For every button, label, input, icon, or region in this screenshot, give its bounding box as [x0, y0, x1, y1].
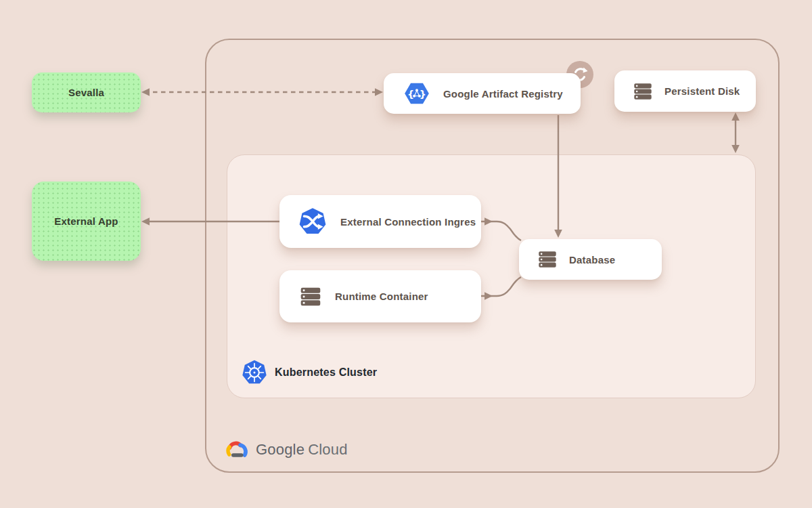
node-database-label: Database [569, 254, 615, 266]
google-cloud-icon [223, 438, 250, 461]
node-sevalla: Sevalla [32, 72, 141, 112]
node-ingress: External Connection Ingres [279, 195, 481, 248]
node-external-app: External App [32, 182, 141, 261]
node-runtime-container-label: Runtime Container [335, 291, 428, 302]
server-stack-icon [298, 284, 323, 309]
kubernetes-ingress-icon [297, 206, 328, 237]
svg-text:}: } [420, 89, 426, 100]
svg-text:{: { [407, 89, 414, 100]
artifact-registry-hexagon-icon: { } [403, 79, 431, 108]
kubernetes-wheel-icon [240, 358, 269, 387]
google-wordmark: Google [256, 441, 304, 458]
server-stack-icon [537, 249, 558, 270]
node-external-app-label: External App [54, 215, 118, 227]
cloud-wordmark: Cloud [308, 441, 347, 458]
server-stack-icon [632, 81, 654, 102]
arrowhead [141, 217, 150, 226]
kubernetes-cluster-label: Kubernetes Cluster [240, 358, 377, 387]
google-cloud-logo: GoogleCloud [223, 438, 348, 461]
diagram-canvas: Sevalla External App { } Google Artifact… [0, 0, 812, 508]
kubernetes-cluster-text: Kubernetes Cluster [275, 366, 377, 379]
node-database: Database [519, 239, 662, 280]
node-sevalla-label: Sevalla [68, 87, 104, 98]
node-ingress-label: External Connection Ingres [340, 216, 476, 228]
google-cloud-wordmark: GoogleCloud [256, 441, 348, 459]
node-artifact-registry-label: Google Artifact Registry [443, 88, 563, 100]
arrowhead [141, 88, 150, 96]
node-artifact-registry: { } Google Artifact Registry [384, 73, 581, 114]
node-persistent-disk-label: Persistent Disk [664, 85, 740, 97]
node-runtime-container: Runtime Container [279, 270, 481, 322]
node-persistent-disk: Persistent Disk [614, 70, 756, 112]
